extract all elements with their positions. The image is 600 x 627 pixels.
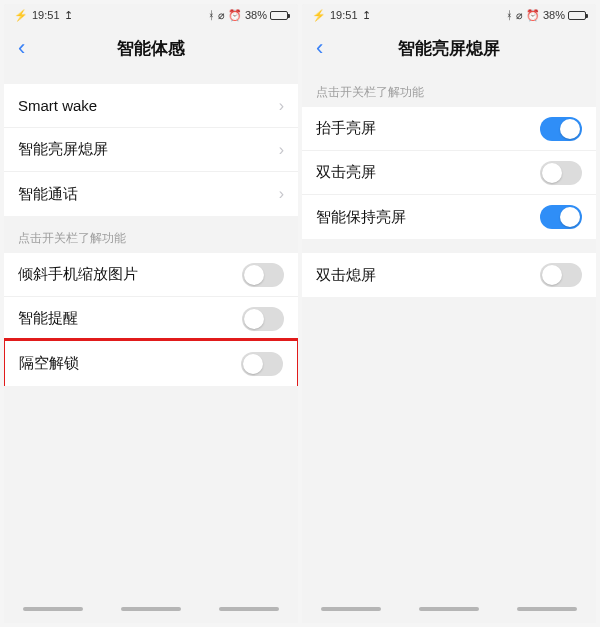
row-label: 抬手亮屏 [316, 119, 376, 138]
nav-recents[interactable] [517, 607, 577, 611]
toggle-row-doubletap-off[interactable]: 双击熄屏 [302, 253, 596, 297]
nav-back[interactable] [321, 607, 381, 611]
toggle-switch[interactable] [242, 263, 284, 287]
status-bar: ⚡ 19:51 ↥ ᚼ ⌀ ⏰ 38% [302, 4, 596, 26]
header: ‹ 智能体感 [4, 26, 298, 70]
toggle-switch[interactable] [242, 307, 284, 331]
upload-icon: ↥ [64, 9, 73, 22]
row-label: Smart wake [18, 97, 97, 114]
battery-pct: 38% [245, 9, 267, 21]
bluetooth-icon: ᚼ [208, 9, 215, 21]
back-button[interactable]: ‹ [12, 26, 31, 70]
nav-recents[interactable] [219, 607, 279, 611]
row-label: 智能提醒 [18, 309, 78, 328]
page-title: 智能亮屏熄屏 [398, 37, 500, 60]
nav-back[interactable] [23, 607, 83, 611]
alarm-icon: ⏰ [526, 9, 540, 22]
row-label: 智能亮屏熄屏 [18, 140, 108, 159]
battery-icon [568, 11, 586, 20]
toggle-row-air-unlock[interactable]: 隔空解锁 [4, 338, 298, 386]
upload-icon: ↥ [362, 9, 371, 22]
nav-row-smart-wake[interactable]: Smart wake › [4, 84, 298, 128]
row-label: 隔空解锁 [19, 354, 79, 373]
nav-row-smart-call[interactable]: 智能通话 › [4, 172, 298, 216]
system-nav [4, 595, 298, 623]
battery-icon [270, 11, 288, 20]
status-bar: ⚡ 19:51 ↥ ᚼ ⌀ ⏰ 38% [4, 4, 298, 26]
nav-home[interactable] [419, 607, 479, 611]
charging-icon: ⚡ [312, 9, 326, 22]
toggle-switch[interactable] [540, 161, 582, 185]
header: ‹ 智能亮屏熄屏 [302, 26, 596, 70]
battery-pct: 38% [543, 9, 565, 21]
section-hint: 点击开关栏了解功能 [4, 216, 298, 253]
phone-right: ⚡ 19:51 ↥ ᚼ ⌀ ⏰ 38% ‹ 智能亮屏熄屏 点击开关栏了解功能 抬… [302, 4, 596, 623]
status-time: 19:51 [32, 9, 60, 21]
toggle-switch[interactable] [540, 205, 582, 229]
row-label: 双击亮屏 [316, 163, 376, 182]
chevron-right-icon: › [279, 185, 284, 203]
row-label: 智能保持亮屏 [316, 208, 406, 227]
toggle-row-raise-wake[interactable]: 抬手亮屏 [302, 107, 596, 151]
toggle-list-2: 双击熄屏 [302, 253, 596, 297]
row-label: 智能通话 [18, 185, 78, 204]
chevron-right-icon: › [279, 141, 284, 159]
phone-left: ⚡ 19:51 ↥ ᚼ ⌀ ⏰ 38% ‹ 智能体感 Smart wake › … [4, 4, 298, 623]
toggle-list: 倾斜手机缩放图片 智能提醒 隔空解锁 [4, 253, 298, 383]
charging-icon: ⚡ [14, 9, 28, 22]
toggle-row-smart-stay[interactable]: 智能保持亮屏 [302, 195, 596, 239]
system-nav [302, 595, 596, 623]
section-hint: 点击开关栏了解功能 [302, 70, 596, 107]
dnd-icon: ⌀ [218, 9, 225, 22]
toggle-switch[interactable] [540, 263, 582, 287]
toggle-row-tilt-zoom[interactable]: 倾斜手机缩放图片 [4, 253, 298, 297]
toggle-row-doubletap-wake[interactable]: 双击亮屏 [302, 151, 596, 195]
toggle-row-smart-remind[interactable]: 智能提醒 [4, 297, 298, 341]
row-label: 倾斜手机缩放图片 [18, 265, 138, 284]
alarm-icon: ⏰ [228, 9, 242, 22]
nav-row-smart-screen[interactable]: 智能亮屏熄屏 › [4, 128, 298, 172]
status-time: 19:51 [330, 9, 358, 21]
row-label: 双击熄屏 [316, 266, 376, 285]
nav-home[interactable] [121, 607, 181, 611]
nav-list: Smart wake › 智能亮屏熄屏 › 智能通话 › [4, 84, 298, 216]
dnd-icon: ⌀ [516, 9, 523, 22]
back-button[interactable]: ‹ [310, 26, 329, 70]
chevron-right-icon: › [279, 97, 284, 115]
page-title: 智能体感 [117, 37, 185, 60]
toggle-switch[interactable] [540, 117, 582, 141]
bluetooth-icon: ᚼ [506, 9, 513, 21]
chevron-left-icon: ‹ [18, 35, 25, 61]
toggle-list-1: 抬手亮屏 双击亮屏 智能保持亮屏 [302, 107, 596, 239]
toggle-switch[interactable] [241, 352, 283, 376]
chevron-left-icon: ‹ [316, 35, 323, 61]
